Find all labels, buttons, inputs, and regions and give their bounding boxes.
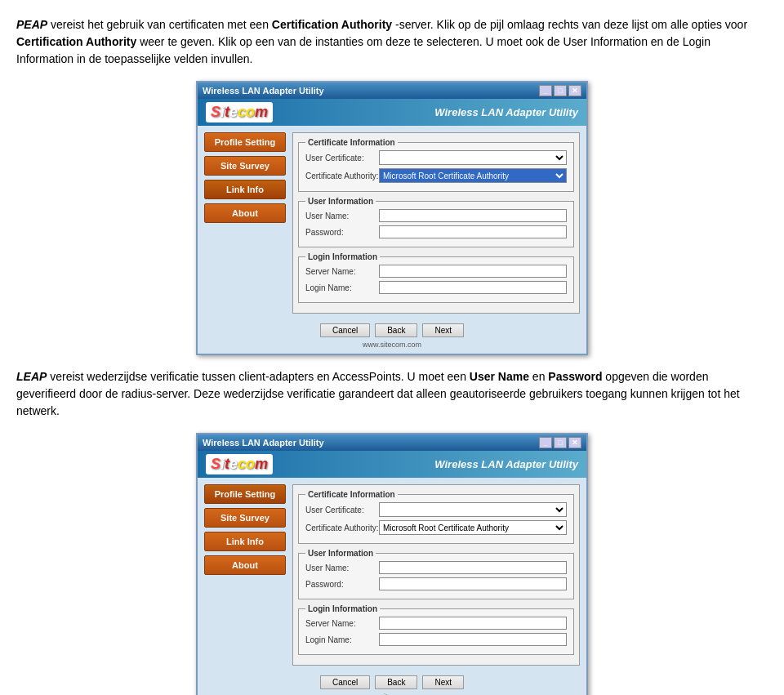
dialog1-btn-row: Cancel Back Next [204,323,580,337]
password-input[interactable] [379,225,567,238]
dialog2-sidebar: Profile Setting Site Survey Link Info Ab… [204,484,286,666]
username-row: User Name: [305,209,567,222]
dialog2-header: Sitecom Wireless LAN Adapter Utility [198,451,586,478]
user-cert-label: User Certificate: [305,154,379,163]
cert-info-group: Certificate Information User Certificate… [298,138,574,192]
dialog2-user-cert-row: User Certificate: [305,502,567,517]
next-button[interactable]: Next [422,323,464,337]
dialog2-cert-auth-select[interactable]: Microsoft Root Certificate Authority [379,520,567,535]
leap-label: LEAP [16,370,47,383]
dialog1: Wireless LAN Adapter Utility _ □ ✕ Sitec… [196,81,588,355]
dialog2-wrapper: Wireless LAN Adapter Utility _ □ ✕ Sitec… [16,433,768,695]
dialog2-sidebar-btn-linkinfo[interactable]: Link Info [204,532,286,551]
dialog1-titlebar: Wireless LAN Adapter Utility _ □ ✕ [198,82,586,99]
titlebar-buttons: _ □ ✕ [539,85,581,96]
dialog2-login-info-legend: Login Information [305,604,380,613]
username-input[interactable] [379,209,567,222]
maximize-button[interactable]: □ [554,85,567,96]
peap-label: PEAP [16,18,47,31]
p2-text1: vereist wederzijdse verificatie tussen c… [50,370,470,383]
dialog2-username-label: User Name: [305,564,379,572]
dialog2-sidebar-btn-about[interactable]: About [204,555,286,575]
user-info-legend: User Information [305,197,376,206]
dialog2-password-label: Password: [305,580,379,589]
user-info-group: User Information User Name: Password: [298,197,574,247]
user-cert-row: User Certificate: [305,150,567,165]
dialog1-header-title: Wireless LAN Adapter Utility [434,106,578,118]
cert-auth-bold1: Certification Authority [272,18,392,31]
user-cert-select[interactable] [379,150,567,165]
dialog2-cert-info-group: Certificate Information User Certificate… [298,490,574,544]
cert-auth-select[interactable]: Microsoft Root Certificate Authority [379,168,567,183]
dialog2-cancel-button[interactable]: Cancel [320,675,370,689]
dialog1-footer: Cancel Back Next www.sitecom.com [198,320,586,354]
server-row: Server Name: [305,265,567,278]
dialog2-server-input[interactable] [379,617,567,630]
dialog2-login-info-group: Login Information Server Name: Login Nam… [298,604,574,655]
dialog2-cert-auth-label: Certificate Authority: [305,523,379,532]
dialog2-logo: Sitecom [211,456,268,472]
server-input[interactable] [379,265,567,278]
dialog2-minimize-button[interactable]: _ [539,437,552,448]
dialog2-btn-row: Cancel Back Next [204,675,580,689]
password-label: Password: [305,228,379,237]
dialog2-server-row: Server Name: [305,617,567,630]
dialog2-user-info-legend: User Information [305,549,376,558]
sidebar-btn-about[interactable]: About [204,203,286,223]
dialog2-password-row: Password: [305,577,567,590]
dialog2-sidebar-btn-survey[interactable]: Site Survey [204,508,286,528]
dialog2-user-cert-select[interactable] [379,502,567,517]
paragraph-2: LEAP vereist wederzijdse verificatie tus… [16,368,768,420]
footer-url1: www.sitecom.com [363,341,421,349]
p1-text1: vereist het gebruik van certificaten met… [51,18,272,31]
dialog2-username-row: User Name: [305,561,567,574]
dialog2-body: Profile Setting Site Survey Link Info Ab… [198,478,586,672]
dialog2-next-button[interactable]: Next [422,675,464,689]
paragraph-1: PEAP vereist het gebruik van certificate… [16,16,768,68]
dialog2-loginname-row: Login Name: [305,633,567,646]
dialog1-body: Profile Setting Site Survey Link Info Ab… [198,126,586,320]
dialog2: Wireless LAN Adapter Utility _ □ ✕ Sitec… [196,433,588,695]
dialog2-cert-auth-row: Certificate Authority: Microsoft Root Ce… [305,520,567,535]
cert-auth-bold2: Certification Authority [16,35,136,48]
dialog2-user-info-group: User Information User Name: Password: [298,549,574,599]
sidebar-btn-survey[interactable]: Site Survey [204,156,286,176]
dialog2-loginname-input[interactable] [379,633,567,646]
password-bold: Password [548,370,602,383]
dialog2-user-cert-label: User Certificate: [305,506,379,515]
loginname-row: Login Name: [305,281,567,294]
dialog2-password-input[interactable] [379,577,567,590]
p1-text2: -server. Klik op de pijl omlaag rechts v… [395,18,747,31]
cancel-button[interactable]: Cancel [320,323,370,337]
dialog2-username-input[interactable] [379,561,567,574]
dialog2-sidebar-btn-profile[interactable]: Profile Setting [204,484,286,504]
login-info-legend: Login Information [305,252,380,261]
dialog2-titlebar: Wireless LAN Adapter Utility _ □ ✕ [198,434,586,451]
dialog2-loginname-label: Login Name: [305,635,379,644]
p2-text2: en [532,370,548,383]
server-label: Server Name: [305,267,379,276]
dialog2-header-title: Wireless LAN Adapter Utility [434,458,578,470]
dialog2-close-button[interactable]: ✕ [568,437,581,448]
dialog2-content: Certificate Information User Certificate… [292,484,580,666]
dialog2-cert-info-legend: Certificate Information [305,490,398,499]
username-label: User Name: [305,212,379,221]
back-button[interactable]: Back [375,323,417,337]
sidebar-btn-profile[interactable]: Profile Setting [204,132,286,152]
cert-auth-row: Certificate Authority: Microsoft Root Ce… [305,168,567,183]
dialog2-titlebar-buttons: _ □ ✕ [539,437,581,448]
dialog2-maximize-button[interactable]: □ [554,437,567,448]
dialog2-back-button[interactable]: Back [375,675,417,689]
logo-box: Sitecom [206,102,273,123]
cert-auth-label: Certificate Authority: [305,172,379,180]
sidebar-btn-linkinfo[interactable]: Link Info [204,180,286,199]
dialog1-sidebar: Profile Setting Site Survey Link Info Ab… [204,132,286,314]
close-button[interactable]: ✕ [568,85,581,96]
loginname-label: Login Name: [305,283,379,292]
password-row: Password: [305,225,567,238]
dialog1-wrapper: Wireless LAN Adapter Utility _ □ ✕ Sitec… [16,81,768,355]
loginname-input[interactable] [379,281,567,294]
dialog2-footer: Cancel Back Next www.sitecom.com [198,672,586,695]
username-bold: User Name [470,370,529,383]
minimize-button[interactable]: _ [539,85,552,96]
